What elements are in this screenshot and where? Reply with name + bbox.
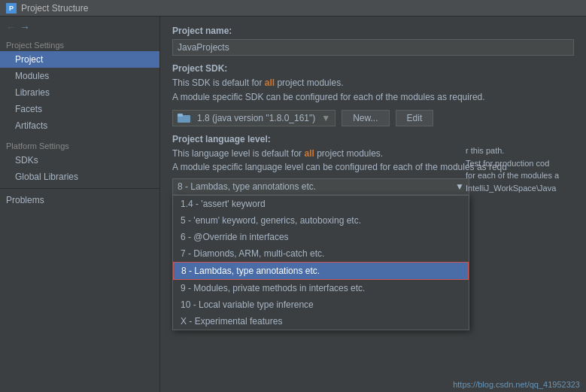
project-name-label: Project name: [172, 26, 574, 36]
sidebar-item-project[interactable]: Project [0, 51, 159, 68]
project-settings-header: Project Settings [0, 38, 159, 51]
content-area: Project name: Project SDK: This SDK is d… [160, 17, 586, 392]
bottom-link: https://blog.csdn.net/qq_41952323 [453, 380, 580, 389]
dropdown-item-4[interactable]: 8 - Lambdas, type annotations etc. [173, 262, 469, 280]
sdk-value: 1.8 (java version "1.8.0_161") [197, 113, 315, 123]
main-container: ← → Project Settings Project Modules Lib… [0, 17, 586, 392]
platform-settings-header: Platform Settings [0, 138, 159, 152]
sidebar-item-sdks[interactable]: SDKs [0, 152, 159, 169]
app-icon: P [6, 3, 17, 14]
title-bar: P Project Structure [0, 0, 586, 17]
sidebar-item-global-libraries[interactable]: Global Libraries [0, 169, 159, 185]
sdk-info-line2: A module specific SDK can be configured … [172, 91, 556, 104]
nav-arrows: ← → [0, 17, 159, 38]
selected-lang-label: 8 - Lambdas, type annotations etc. [178, 181, 316, 192]
sdk-dropdown[interactable]: 1.8 (java version "1.8.0_161") ▼ [172, 110, 336, 126]
dropdown-item-3[interactable]: 7 - Diamonds, ARM, multi-catch etc. [173, 245, 469, 262]
dropdown-item-5[interactable]: 9 - Modules, private methods in interfac… [173, 280, 469, 296]
sdk-row: 1.8 (java version "1.8.0_161") ▼ New... … [172, 110, 574, 126]
dropdown-item-2[interactable]: 6 - @Override in interfaces [173, 229, 469, 245]
right-line-0: r this path. [466, 144, 586, 157]
sidebar-item-modules[interactable]: Modules [0, 68, 159, 84]
lang-dropdown[interactable]: 8 - Lambdas, type annotations etc. ▼ [172, 178, 469, 195]
project-sdk-label: Project SDK: [172, 63, 574, 74]
sidebar-item-libraries[interactable]: Libraries [0, 84, 159, 101]
sdk-info-line1: This SDK is default for all project modu… [172, 77, 574, 90]
dropdown-item-7[interactable]: X - Experimental features [173, 313, 469, 330]
sidebar-item-facets[interactable]: Facets [0, 101, 159, 117]
forward-arrow-icon[interactable]: → [20, 21, 30, 33]
project-lang-label: Project language level: [172, 134, 574, 144]
right-panel-text: r this path. Test for production cod for… [466, 144, 586, 194]
dropdown-item-1[interactable]: 5 - 'enum' keyword, generics, autoboxing… [173, 212, 469, 229]
sidebar-item-artifacts[interactable]: Artifacts [0, 117, 159, 134]
right-line-2: for each of the modules a [466, 169, 586, 182]
dropdown-item-6[interactable]: 10 - Local variable type inference [173, 296, 469, 313]
window-title: Project Structure [21, 3, 88, 14]
dropdown-item-0[interactable]: 1.4 - 'assert' keyword [173, 196, 469, 212]
lang-dropdown-popup: 1.4 - 'assert' keyword 5 - 'enum' keywor… [172, 195, 469, 330]
sdk-folder-icon [178, 113, 191, 123]
lang-dropdown-container: 8 - Lambdas, type annotations etc. ▼ 1.4… [172, 178, 469, 195]
back-arrow-icon[interactable]: ← [6, 21, 17, 33]
sidebar: ← → Project Settings Project Modules Lib… [0, 17, 160, 392]
new-button[interactable]: New... [342, 110, 389, 126]
right-line-1: Test for production cod [466, 157, 586, 170]
edit-button[interactable]: Edit [396, 110, 434, 126]
svg-rect-1 [178, 114, 183, 117]
right-line-3: IntelliJ_WorkSpace\Java [466, 182, 586, 195]
sdk-dropdown-arrow-icon: ▼ [321, 113, 330, 123]
project-name-input[interactable] [172, 39, 574, 56]
sidebar-divider [0, 188, 159, 189]
lang-dropdown-arrow-icon: ▼ [455, 181, 464, 192]
sidebar-item-problems[interactable]: Problems [0, 192, 159, 208]
